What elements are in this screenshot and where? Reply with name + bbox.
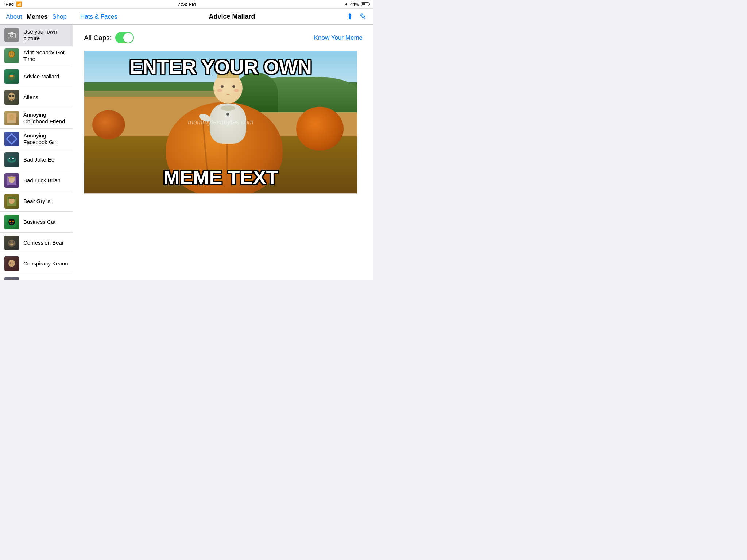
svg-point-13	[12, 95, 15, 97]
sidebar-item-conspiracy-keanu[interactable]: Conspiracy Keanu	[0, 253, 73, 274]
svg-point-39	[13, 241, 14, 243]
business-cat-label: Business Cat	[23, 219, 55, 225]
sidebar: Use your own picture A'int Nobody Got Ti…	[0, 25, 73, 280]
svg-point-2	[14, 34, 15, 34]
toggle-knob	[123, 33, 133, 43]
bad-luck-thumb	[4, 173, 19, 188]
svg-point-15	[9, 114, 14, 120]
sidebar-item-bad-luck-brian[interactable]: Bad Luck Brian	[0, 170, 73, 191]
sidebar-item-facepalm[interactable]: Facepalm	[0, 274, 73, 280]
bear-grylls-thumb	[4, 194, 19, 209]
main-layout: Use your own picture A'int Nobody Got Ti…	[0, 25, 374, 280]
facebook-thumb	[4, 132, 19, 146]
status-left: iPad 📶	[4, 1, 22, 7]
all-caps-toggle[interactable]	[115, 32, 134, 43]
about-button[interactable]: About	[6, 13, 22, 20]
sidebar-item-advice-mallard[interactable]: Advice Mallard	[0, 66, 73, 87]
svg-point-22	[10, 158, 11, 159]
sidebar-item-annoying-facebook[interactable]: Annoying Facebook Girl	[0, 129, 73, 149]
baby-figure	[199, 73, 257, 153]
status-bar: iPad 📶 7:52 PM ✦ 44%	[0, 0, 374, 9]
svg-point-17	[7, 134, 17, 144]
bad-joke-thumb	[4, 152, 19, 167]
device-label: iPad	[4, 1, 14, 7]
confession-bear-thumb	[4, 236, 19, 250]
svg-point-33	[12, 221, 14, 222]
svg-point-42	[8, 260, 15, 267]
controls-row: All Caps: Know Your Meme	[84, 32, 363, 43]
svg-point-6	[12, 54, 13, 55]
bear-grylls-label: Bear Grylls	[23, 198, 50, 205]
aint-label: A'int Nobody Got Time	[23, 49, 68, 62]
aliens-label: Aliens	[23, 94, 38, 101]
annoying-facebook-label: Annoying Facebook Girl	[23, 132, 68, 145]
childhood-thumb	[4, 111, 19, 125]
advice-mallard-label: Advice Mallard	[23, 73, 59, 80]
wifi-icon: 📶	[16, 1, 22, 7]
bad-joke-label: Bad Joke Eel	[23, 156, 55, 163]
svg-point-40	[10, 244, 13, 245]
svg-point-4	[9, 51, 14, 57]
aint-thumb	[4, 48, 19, 63]
svg-point-32	[9, 221, 11, 222]
status-time: 7:52 PM	[178, 1, 196, 7]
svg-point-5	[10, 54, 11, 55]
sidebar-item-business-cat[interactable]: Business Cat	[0, 212, 73, 233]
sidebar-item-bear-grylls[interactable]: Bear Grylls	[0, 191, 73, 212]
svg-rect-26	[8, 177, 15, 178]
aliens-thumb	[4, 90, 19, 105]
pumpkin-small-left	[92, 110, 125, 139]
svg-point-38	[9, 241, 11, 243]
all-caps-label: All Caps:	[84, 34, 112, 42]
bad-luck-label: Bad Luck Brian	[23, 177, 61, 184]
svg-rect-16	[8, 121, 15, 123]
content-area: All Caps: Know Your Meme	[73, 25, 374, 280]
sidebar-item-bad-joke-eel[interactable]: Bad Joke Eel	[0, 149, 73, 170]
meme-background: mommytechbytes.com ENTER YOUR OWN MEME T…	[84, 51, 357, 193]
business-cat-thumb	[4, 215, 19, 229]
battery-percent: 44%	[350, 2, 359, 7]
sidebar-item-confession-bear[interactable]: Confession Bear	[0, 233, 73, 253]
hats-faces-button[interactable]: Hats & Faces	[80, 13, 117, 20]
use-own-label: Use your own picture	[23, 28, 68, 42]
svg-point-1	[10, 34, 13, 37]
know-your-meme-link[interactable]: Know Your Meme	[314, 34, 363, 42]
pumpkin-small-right	[296, 107, 344, 151]
svg-point-37	[8, 240, 15, 246]
mallard-thumb	[4, 69, 19, 84]
shop-button[interactable]: Shop	[52, 13, 67, 20]
facepalm-thumb	[4, 277, 19, 280]
sidebar-item-annoying-childhood[interactable]: Annoying Childhood Friend	[0, 108, 73, 129]
sidebar-item-aliens[interactable]: Aliens	[0, 87, 73, 108]
camera-thumb	[4, 28, 19, 42]
conspiracy-keanu-label: Conspiracy Keanu	[23, 260, 68, 267]
nav-title: Advice Mallard	[209, 13, 255, 20]
bluetooth-icon: ✦	[344, 2, 348, 7]
caps-control: All Caps:	[84, 32, 134, 43]
share-icon[interactable]: ⬆	[347, 12, 353, 22]
nav-bar: About Memes Shop Hats & Faces Advice Mal…	[0, 9, 374, 25]
sidebar-item-use-own[interactable]: Use your own picture	[0, 25, 73, 46]
edit-icon[interactable]: ✎	[360, 12, 366, 22]
svg-point-44	[13, 262, 14, 264]
svg-rect-29	[8, 197, 16, 199]
conspiracy-keanu-thumb	[4, 256, 19, 271]
svg-point-46	[8, 280, 15, 280]
svg-point-23	[13, 158, 13, 159]
annoying-childhood-label: Annoying Childhood Friend	[23, 112, 68, 125]
sidebar-item-aint[interactable]: A'int Nobody Got Time	[0, 46, 73, 66]
meme-container: mommytechbytes.com ENTER YOUR OWN MEME T…	[84, 51, 357, 194]
status-right: ✦ 44%	[344, 2, 369, 7]
memes-title: Memes	[27, 13, 48, 20]
battery-indicator	[361, 2, 369, 6]
nav-action-icons: ⬆ ✎	[347, 12, 366, 22]
nav-left-section: About Memes Shop	[0, 9, 73, 24]
svg-point-12	[9, 95, 12, 97]
svg-rect-10	[10, 75, 13, 77]
svg-point-43	[10, 262, 11, 264]
confession-bear-label: Confession Bear	[23, 240, 64, 246]
nav-right-section: Hats & Faces Advice Mallard ⬆ ✎	[73, 9, 374, 24]
